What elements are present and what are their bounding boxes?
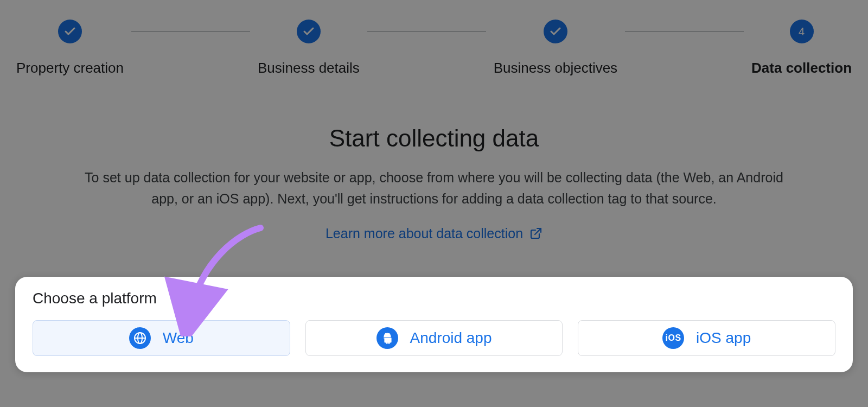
step-label: Property creation <box>16 60 124 77</box>
ios-icon: iOS <box>662 327 684 349</box>
android-icon <box>376 327 398 349</box>
step-label: Business objectives <box>494 60 617 77</box>
learn-more-text: Learn more about data collection <box>326 226 523 241</box>
platform-options: Web Android app iOS iOS app <box>33 320 835 356</box>
step-connector <box>131 31 250 32</box>
step-number-badge: 4 <box>790 20 814 43</box>
page-title: Start collecting data <box>43 125 825 152</box>
check-icon <box>297 20 321 43</box>
learn-more-link[interactable]: Learn more about data collection <box>326 226 542 241</box>
step-connector <box>625 31 744 32</box>
platform-web[interactable]: Web <box>33 320 290 356</box>
setup-stepper: Property creation Business details Busin… <box>0 20 868 77</box>
card-title: Choose a platform <box>33 290 835 307</box>
check-icon <box>58 20 82 43</box>
step-label: Data collection <box>751 60 852 77</box>
choose-platform-card: Choose a platform Web Android app iOS iO… <box>15 277 853 372</box>
platform-label: iOS app <box>696 329 751 347</box>
step-business-objectives: Business objectives <box>494 20 617 77</box>
step-property-creation: Property creation <box>16 20 124 77</box>
hero-section: Start collecting data To set up data col… <box>0 125 868 241</box>
globe-icon <box>129 327 151 349</box>
platform-label: Web <box>163 329 194 347</box>
step-label: Business details <box>258 60 360 77</box>
platform-android[interactable]: Android app <box>305 320 563 356</box>
page-description: To set up data collection for your websi… <box>76 167 792 209</box>
check-icon <box>544 20 567 43</box>
platform-label: Android app <box>410 329 492 347</box>
step-number: 4 <box>799 26 805 38</box>
platform-ios[interactable]: iOS iOS app <box>578 320 835 356</box>
page-background: Property creation Business details Busin… <box>0 0 868 407</box>
external-link-icon <box>529 227 542 240</box>
step-data-collection: 4 Data collection <box>751 20 852 77</box>
step-connector <box>367 31 486 32</box>
step-business-details: Business details <box>258 20 360 77</box>
